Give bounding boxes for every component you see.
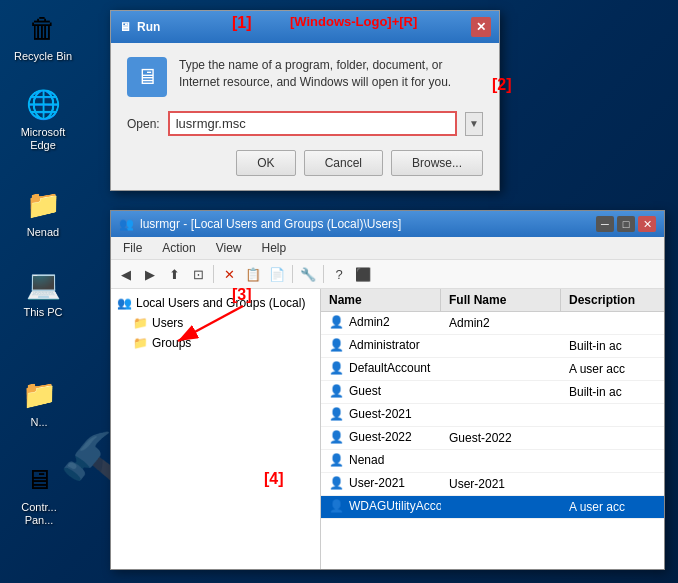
cell-guest2022-name: 👤Guest-2022 <box>321 427 441 449</box>
control-panel-label: Contr... Pan... <box>8 501 70 527</box>
toolbar-back-button[interactable]: ◀ <box>115 263 137 285</box>
edge-icon: 🌐 <box>23 84 63 124</box>
edge-label: Microsoft Edge <box>12 126 74 152</box>
toolbar-properties-button[interactable]: 📋 <box>242 263 264 285</box>
recycle-bin-icon: 🗑 <box>23 8 63 48</box>
cell-wdagutility-name: 👤WDAGUtilityAccount <box>321 496 441 518</box>
toolbar-delete-button[interactable]: ✕ <box>218 263 240 285</box>
run-buttons: OK Cancel Browse... <box>127 150 483 176</box>
toolbar-separator-1 <box>213 265 214 283</box>
lusrmgr-menu-bar: File Action View Help <box>111 237 664 260</box>
user-icon: 👤 <box>329 430 345 446</box>
run-ok-button[interactable]: OK <box>236 150 295 176</box>
lusrmgr-minimize-button[interactable]: ─ <box>596 216 614 232</box>
list-row-guest2021[interactable]: 👤Guest-2021 <box>321 404 664 427</box>
cell-user2021-desc <box>561 481 664 487</box>
n-folder-icon: 📁 <box>19 374 59 414</box>
list-row-administrator[interactable]: 👤Administrator Built-in ac <box>321 335 664 358</box>
user-icon: 👤 <box>329 338 345 354</box>
toolbar-separator-2 <box>292 265 293 283</box>
col-description[interactable]: Description <box>561 289 664 311</box>
lusrmgr-title-text: lusrmgr - [Local Users and Groups (Local… <box>140 217 401 231</box>
list-row-guest[interactable]: 👤Guest Built-in ac <box>321 381 664 404</box>
lusrmgr-title-left: 👥 lusrmgr - [Local Users and Groups (Loc… <box>119 217 401 231</box>
cell-guest-desc: Built-in ac <box>561 382 664 402</box>
run-dropdown-button[interactable]: ▼ <box>465 112 483 136</box>
run-open-input[interactable] <box>168 111 457 136</box>
menu-action[interactable]: Action <box>154 239 203 257</box>
tree-root-icon: 👥 <box>117 296 132 310</box>
annotation-shortcut: [Windows-Logo]+[R] <box>290 14 417 29</box>
cell-user2021-name: 👤User-2021 <box>321 473 441 495</box>
cell-guest2021-desc <box>561 412 664 418</box>
run-close-button[interactable]: ✕ <box>471 17 491 37</box>
list-row-nenad[interactable]: 👤Nenad <box>321 450 664 473</box>
cell-guest2021-fullname <box>441 412 561 418</box>
cell-defaultaccount-name: 👤DefaultAccount <box>321 358 441 380</box>
desktop-icon-nenad[interactable]: 📁 Nenad <box>8 180 78 243</box>
list-row-wdagutility[interactable]: 👤WDAGUtilityAccount A user acc <box>321 496 664 519</box>
lusrmgr-window: 👥 lusrmgr - [Local Users and Groups (Loc… <box>110 210 665 570</box>
run-title-text: Run <box>137 20 160 34</box>
list-row-defaultaccount[interactable]: 👤DefaultAccount A user acc <box>321 358 664 381</box>
list-row-admin2[interactable]: 👤Admin2 Admin2 <box>321 312 664 335</box>
this-pc-icon: 💻 <box>23 264 63 304</box>
desktop-icon-this-pc[interactable]: 💻 This PC <box>8 260 78 323</box>
tree-groups-icon: 📁 <box>133 336 148 350</box>
run-cancel-button[interactable]: Cancel <box>304 150 383 176</box>
cell-nenad-fullname <box>441 458 561 464</box>
menu-view[interactable]: View <box>208 239 250 257</box>
desktop-icon-control-panel[interactable]: 🖥 Contr... Pan... <box>4 455 74 531</box>
cell-administrator-fullname <box>441 343 561 349</box>
run-browse-button[interactable]: Browse... <box>391 150 483 176</box>
toolbar-forward-button[interactable]: ▶ <box>139 263 161 285</box>
lusrmgr-maximize-button[interactable]: □ <box>617 216 635 232</box>
user-icon: 👤 <box>329 476 345 492</box>
run-input-row: Open: ▼ <box>127 111 483 136</box>
svg-line-1 <box>178 306 243 341</box>
user-icon: 👤 <box>329 499 345 515</box>
this-pc-label: This PC <box>23 306 62 319</box>
list-row-user2021[interactable]: 👤User-2021 User-2021 <box>321 473 664 496</box>
cell-nenad-name: 👤Nenad <box>321 450 441 472</box>
lusrmgr-close-button[interactable]: ✕ <box>638 216 656 232</box>
toolbar-more-button[interactable]: ⬛ <box>352 263 374 285</box>
user-icon: 👤 <box>329 407 345 423</box>
annotation-arrow-3 <box>168 296 248 356</box>
cell-administrator-name: 👤Administrator <box>321 335 441 357</box>
nenad-folder-label: Nenad <box>27 226 59 239</box>
toolbar-show-button[interactable]: ⊡ <box>187 263 209 285</box>
run-dialog-description: Type the name of a program, folder, docu… <box>179 57 483 91</box>
run-dialog-top: 🖥 Type the name of a program, folder, do… <box>127 57 483 97</box>
list-row-guest2022[interactable]: 👤Guest-2022 Guest-2022 <box>321 427 664 450</box>
run-dialog-body: 🖥 Type the name of a program, folder, do… <box>111 43 499 190</box>
lusrmgr-titlebar: 👥 lusrmgr - [Local Users and Groups (Loc… <box>111 211 664 237</box>
user-icon: 👤 <box>329 384 345 400</box>
menu-help[interactable]: Help <box>254 239 295 257</box>
menu-file[interactable]: File <box>115 239 150 257</box>
toolbar-up-button[interactable]: ⬆ <box>163 263 185 285</box>
cell-defaultaccount-desc: A user acc <box>561 359 664 379</box>
desktop-icon-n-folder[interactable]: 📁 N... <box>4 370 74 433</box>
lusrmgr-title-icon: 👥 <box>119 217 134 231</box>
annotation-4: [4] <box>264 470 284 488</box>
cell-defaultaccount-fullname <box>441 366 561 372</box>
toolbar-new-button[interactable]: 📄 <box>266 263 288 285</box>
recycle-bin-label: Recycle Bin <box>14 50 72 63</box>
cell-wdagutility-fullname <box>441 504 561 510</box>
col-name[interactable]: Name <box>321 289 441 311</box>
toolbar-help-button[interactable]: ? <box>328 263 350 285</box>
control-panel-icon: 🖥 <box>19 459 59 499</box>
cell-guest2022-desc <box>561 435 664 441</box>
desktop-icon-edge[interactable]: 🌐 Microsoft Edge <box>8 80 78 156</box>
toolbar-export-button[interactable]: 🔧 <box>297 263 319 285</box>
col-full-name[interactable]: Full Name <box>441 289 561 311</box>
user-icon: 👤 <box>329 361 345 377</box>
desktop-icon-recycle-bin[interactable]: 🗑 Recycle Bin <box>8 4 78 67</box>
list-header: Name Full Name Description <box>321 289 664 312</box>
list-panel: Name Full Name Description 👤Admin2 Admin… <box>321 289 664 569</box>
cell-nenad-desc <box>561 458 664 464</box>
user-icon: 👤 <box>329 453 345 469</box>
annotation-1: [1] <box>232 14 252 32</box>
cell-admin2-desc <box>561 320 664 326</box>
